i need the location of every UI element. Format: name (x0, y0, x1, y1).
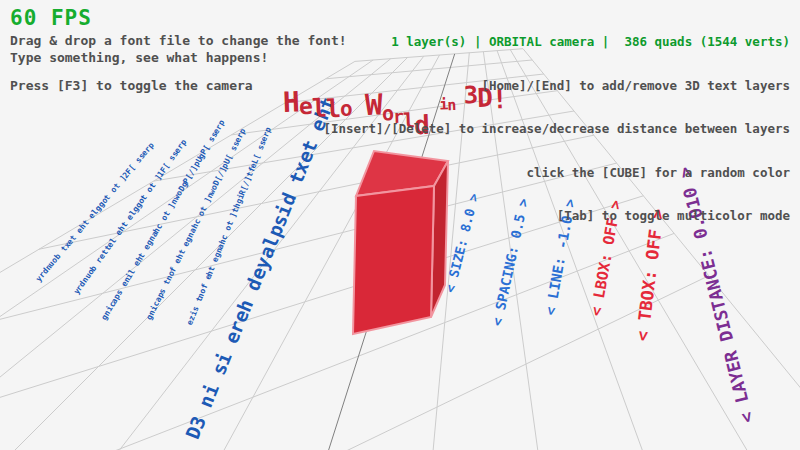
hint-cube-random-color: click the [CUBE] for a random color (323, 166, 790, 181)
app-window: press [F2] to toggle the text boundrypre… (0, 0, 800, 450)
hint-type-something: Type something, see what happens! (10, 50, 268, 65)
hint-layer-distance: [Insert]/[Delete] to increase/decrease d… (323, 122, 790, 137)
status-bar: 1 layer(s) | ORBITAL camera | 386 quads … (323, 35, 790, 50)
right-hud: 1 layer(s) | ORBITAL camera | 386 quads … (323, 6, 790, 253)
hint-add-remove-layers: [Home]/[End] to add/remove 3D text layer… (323, 79, 790, 94)
hint-dragdrop-font: Drag & drop a font file to change the fo… (10, 33, 347, 48)
title-char: e (299, 94, 313, 120)
hint-multicolor-mode: [Tab] to toggle multicolor mode (323, 209, 790, 224)
hint-toggle-camera: Press [F3] to toggle the camera (10, 78, 253, 93)
title-char: H (283, 87, 300, 118)
fps-counter: 60 FPS (10, 6, 92, 30)
